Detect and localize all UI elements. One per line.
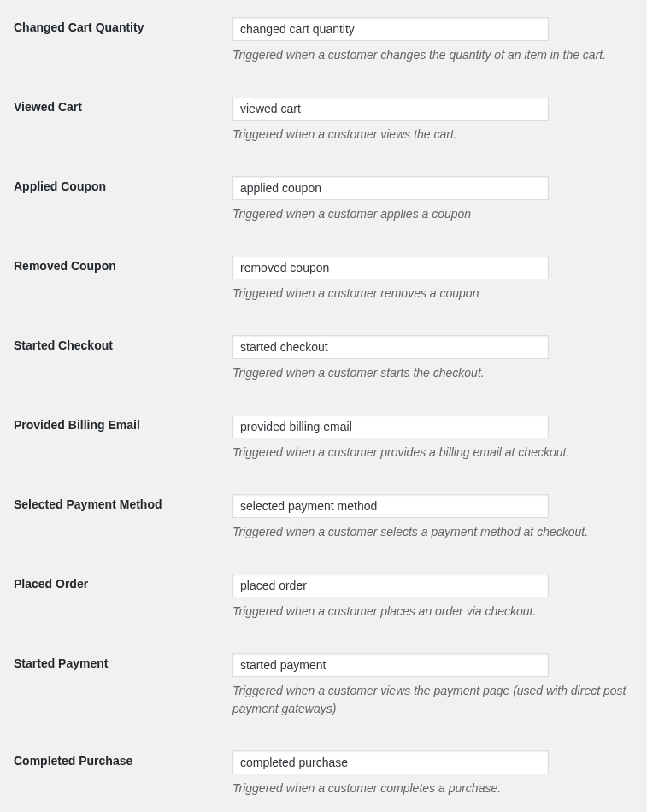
settings-form: Changed Cart Quantity Triggered when a c… xyxy=(10,9,637,812)
field-label: Provided Billing Email xyxy=(10,415,232,432)
field-description: Triggered when a customer views the paym… xyxy=(232,682,634,718)
placed-order-input[interactable] xyxy=(232,574,549,597)
changed-cart-quantity-input[interactable] xyxy=(232,17,549,41)
field-control: Triggered when a customer changes the qu… xyxy=(232,17,637,64)
field-row-started-checkout: Started Checkout Triggered when a custom… xyxy=(10,327,637,406)
field-label: Viewed Cart xyxy=(10,97,232,114)
completed-purchase-input[interactable] xyxy=(232,750,549,774)
field-label: Started Payment xyxy=(10,653,232,670)
field-label: Applied Coupon xyxy=(10,176,232,193)
field-row-provided-billing-email: Provided Billing Email Triggered when a … xyxy=(10,406,637,485)
field-control: Triggered when a customer starts the che… xyxy=(232,335,637,382)
field-row-applied-coupon: Applied Coupon Triggered when a customer… xyxy=(10,168,637,247)
field-control: Triggered when a customer provides a bil… xyxy=(232,415,637,462)
field-description: Triggered when a customer starts the che… xyxy=(232,364,634,382)
field-row-placed-order: Placed Order Triggered when a customer p… xyxy=(10,565,637,644)
removed-coupon-input[interactable] xyxy=(232,256,549,279)
field-label: Completed Purchase xyxy=(10,750,232,768)
field-control: Triggered when a customer applies a coup… xyxy=(232,176,637,223)
field-row-started-payment: Started Payment Triggered when a custome… xyxy=(10,644,637,742)
field-row-removed-coupon: Removed Coupon Triggered when a customer… xyxy=(10,247,637,327)
field-description: Triggered when a customer places an orde… xyxy=(232,603,634,621)
provided-billing-email-input[interactable] xyxy=(232,415,549,438)
field-description: Triggered when a customer changes the qu… xyxy=(232,46,634,64)
field-label: Started Checkout xyxy=(10,335,232,352)
field-row-completed-purchase: Completed Purchase Triggered when a cust… xyxy=(10,742,637,812)
field-control: Triggered when a customer selects a paym… xyxy=(232,494,637,541)
started-checkout-input[interactable] xyxy=(232,335,549,359)
field-description: Triggered when a customer removes a coup… xyxy=(232,285,634,303)
field-description: Triggered when a customer selects a paym… xyxy=(232,523,634,541)
field-description: Triggered when a customer applies a coup… xyxy=(232,205,634,223)
field-label: Removed Coupon xyxy=(10,256,232,273)
started-payment-input[interactable] xyxy=(232,653,549,677)
field-label: Selected Payment Method xyxy=(10,494,232,511)
selected-payment-method-input[interactable] xyxy=(232,494,549,518)
viewed-cart-input[interactable] xyxy=(232,97,549,121)
field-control: Triggered when a customer completes a pu… xyxy=(232,750,637,797)
field-row-viewed-cart: Viewed Cart Triggered when a customer vi… xyxy=(10,88,637,168)
field-label: Placed Order xyxy=(10,574,232,591)
field-description: Triggered when a customer completes a pu… xyxy=(232,780,634,797)
applied-coupon-input[interactable] xyxy=(232,176,549,200)
field-row-selected-payment-method: Selected Payment Method Triggered when a… xyxy=(10,485,637,565)
field-control: Triggered when a customer views the paym… xyxy=(232,653,637,718)
field-label: Changed Cart Quantity xyxy=(10,17,232,34)
field-control: Triggered when a customer removes a coup… xyxy=(232,256,637,303)
field-row-changed-cart-quantity: Changed Cart Quantity Triggered when a c… xyxy=(10,9,637,88)
field-description: Triggered when a customer provides a bil… xyxy=(232,444,634,462)
field-control: Triggered when a customer views the cart… xyxy=(232,97,637,144)
field-control: Triggered when a customer places an orde… xyxy=(232,574,637,621)
field-description: Triggered when a customer views the cart… xyxy=(232,126,634,144)
